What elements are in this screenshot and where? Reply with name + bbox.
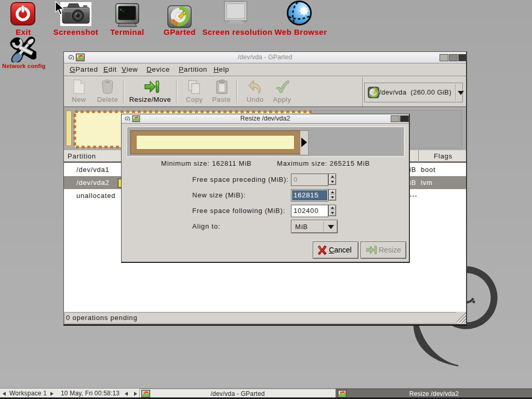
svg-text:>_: >_	[119, 7, 125, 12]
